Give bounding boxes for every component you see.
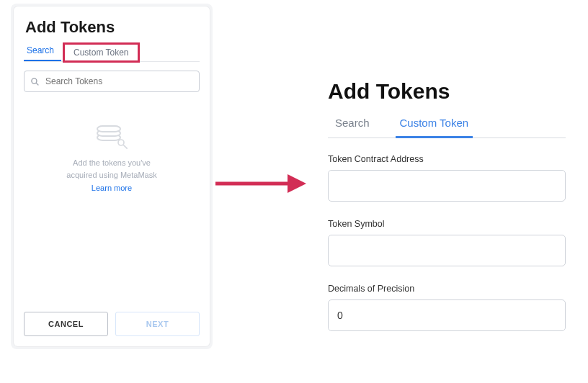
search-input[interactable] [44, 76, 193, 87]
svg-line-3 [123, 145, 127, 148]
search-icon [30, 77, 40, 86]
next-button[interactable]: NEXT [115, 312, 200, 336]
field-decimals: Decimals of Precision [328, 284, 566, 331]
tab-custom-token[interactable]: Custom Token [65, 45, 137, 60]
cancel-button[interactable]: CANCEL [24, 312, 108, 336]
svg-point-2 [118, 140, 124, 145]
tab-search[interactable]: Search [24, 41, 61, 61]
symbol-label: Token Symbol [328, 219, 566, 229]
tabs-row: Search Custom Token [328, 117, 566, 138]
right-panel: Add Tokens Search Custom Token Token Con… [328, 79, 566, 348]
highlight-box: Custom Token [63, 42, 139, 63]
coin-stack-icon [94, 121, 130, 150]
address-label: Token Contract Address [328, 154, 566, 164]
svg-line-1 [36, 83, 38, 85]
page-title: Add Tokens [328, 79, 566, 104]
empty-line2: acquired using MetaMask [66, 171, 156, 179]
tab-custom-token[interactable]: Custom Token [396, 117, 473, 138]
tabs-row: Search Custom Token [24, 41, 200, 62]
left-panel-inner: Add Tokens Search Custom Token [14, 6, 210, 346]
footer-buttons: CANCEL NEXT [24, 312, 200, 336]
symbol-input[interactable] [328, 235, 566, 266]
svg-point-0 [32, 78, 37, 83]
page-title: Add Tokens [25, 18, 200, 37]
svg-marker-5 [288, 174, 306, 193]
left-panel: Add Tokens Search Custom Token [11, 4, 213, 349]
tab-search[interactable]: Search [328, 117, 371, 138]
field-symbol: Token Symbol [328, 219, 566, 266]
learn-more-link[interactable]: Learn more [92, 182, 132, 194]
arrow-icon [213, 173, 306, 194]
empty-line1: Add the tokens you've [73, 158, 151, 167]
decimals-input[interactable] [328, 299, 566, 331]
decimals-label: Decimals of Precision [328, 284, 566, 294]
search-box[interactable] [24, 71, 200, 92]
address-input[interactable] [328, 170, 566, 202]
empty-state: Add the tokens you've acquired using Met… [24, 121, 200, 194]
field-address: Token Contract Address [328, 154, 566, 202]
empty-text: Add the tokens you've acquired using Met… [38, 157, 185, 194]
